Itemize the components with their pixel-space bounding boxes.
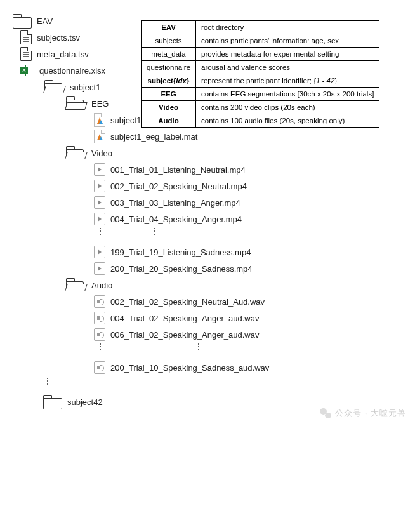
audio-file: 002_Trial_02_Speaking_Neutral_Aud.wav: [94, 295, 402, 309]
table-row: EAVroot directory: [142, 21, 379, 34]
file-label: 004_Trial_02_Speaking_Anger_aud.wav: [110, 314, 259, 323]
table-desc: provides metadata for experimental setti…: [196, 48, 379, 61]
folder-label: EEG: [91, 99, 109, 109]
file-label: subject1_eeg_label.mat: [110, 132, 197, 142]
folder-open-icon: [65, 96, 86, 110]
vertical-dots: ⋮ ⋮: [94, 229, 402, 243]
table-row: meta_dataprovides metadata for experimen…: [142, 48, 379, 61]
folder-icon: [13, 14, 32, 28]
file-label: 001_Trial_01_Listening_Neutral.mp4: [110, 165, 246, 175]
vertical-dots: ⋮ ⋮: [94, 344, 402, 358]
table-key: subjects: [142, 34, 196, 48]
file-label: 004_Trial_04_Speaking_Anger.mp4: [110, 215, 242, 224]
table-key: Video: [142, 101, 196, 114]
folder-label: Video: [91, 149, 112, 158]
video-file-icon: [94, 262, 105, 275]
video-folder: Video: [65, 146, 402, 160]
video-file: 004_Trial_04_Speaking_Anger.mp4: [94, 212, 402, 226]
video-file-icon: [94, 180, 105, 192]
table-key: meta_data: [142, 48, 196, 61]
folder-open-icon: [65, 146, 86, 160]
table-key: Audio: [142, 114, 196, 128]
video-file-icon: [94, 196, 105, 209]
table-row: subjectscontains participants' informati…: [142, 34, 379, 48]
table-desc: root directory: [196, 21, 379, 34]
folder-open-icon: [65, 278, 86, 292]
video-file: 002_Trial_02_Speaking_Neutral.mp4: [94, 179, 402, 193]
audio-file: 200_Trial_10_Speaking_Sadness_aud.wav: [94, 361, 402, 375]
folder-label: subject42: [67, 397, 103, 407]
watermark-text: 公众号 · 大噬元兽: [335, 408, 406, 419]
folder-label: Audio: [91, 281, 112, 290]
table-desc: represent the participant identifier; {1…: [196, 74, 379, 88]
audio-folder: Audio: [65, 278, 402, 292]
table-desc: arousal and valence scores: [196, 61, 379, 74]
eeg-file: subject1_eeg_label.mat: [94, 130, 402, 143]
wechat-icon: [320, 408, 331, 418]
file-label: questionnaire.xlsx: [39, 66, 105, 76]
audio-file-icon: [94, 295, 105, 308]
table-key: questionnaire: [142, 61, 196, 74]
video-file: 001_Trial_01_Listening_Neutral.mp4: [94, 163, 402, 176]
table-row: Audiocontains 100 audio files (20s, spea…: [142, 114, 379, 128]
table-key: EEG: [142, 88, 196, 101]
text-file-icon: [20, 30, 32, 44]
mat-file-icon: [94, 130, 105, 143]
table-desc: contains 100 audio files (20s, speaking …: [196, 114, 379, 128]
folder-label: subject1: [70, 83, 100, 92]
folder-label: EAV: [37, 17, 53, 26]
video-file-icon: [94, 213, 105, 225]
video-file-icon: [94, 246, 105, 258]
table-desc: contains participants' information: age,…: [196, 34, 379, 48]
video-file-icon: [94, 163, 105, 176]
audio-file-icon: [94, 312, 105, 324]
video-file: 199_Trial_19_Listening_Sadness.mp4: [94, 245, 402, 259]
file-label: meta_data.tsv: [37, 50, 89, 59]
file-label: 003_Trial_03_Listening_Anger.mp4: [110, 198, 240, 208]
table-row: EEGcontains EEG segmentations [30ch x 20…: [142, 88, 379, 101]
audio-file-icon: [94, 328, 105, 341]
text-file-icon: [20, 47, 32, 61]
vertical-dots: ⋮: [43, 378, 402, 392]
table-key: EAV: [142, 21, 196, 34]
table-desc: contains 200 video clips (20s each): [196, 101, 379, 114]
mat-file-icon: [94, 113, 105, 127]
xlsx-icon: X: [20, 64, 34, 77]
table-key: subject{idx}: [142, 74, 196, 88]
subject-last-folder: subject42: [43, 395, 402, 409]
file-label: 200_Trial_10_Speaking_Sadness_aud.wav: [110, 363, 269, 373]
file-label: 002_Trial_02_Speaking_Neutral_Aud.wav: [110, 297, 265, 307]
audio-file: 006_Trial_02_Speaking_Anger_aud.wav: [94, 328, 402, 342]
file-label: 002_Trial_02_Speaking_Neutral.mp4: [110, 182, 247, 191]
file-label: 006_Trial_02_Speaking_Anger_aud.wav: [110, 330, 259, 340]
table-desc: contains EEG segmentations [30ch x 20s x…: [196, 88, 379, 101]
audio-file-icon: [94, 361, 105, 374]
file-label: 200_Trial_20_Speaking_Sadness.mp4: [110, 264, 253, 274]
folder-open-icon: [43, 80, 65, 94]
audio-file: 004_Trial_02_Speaking_Anger_aud.wav: [94, 311, 402, 325]
table-row: subject{idx}represent the participant id…: [142, 74, 379, 88]
table-row: Videocontains 200 video clips (20s each): [142, 101, 379, 114]
folder-icon: [43, 395, 62, 409]
video-file: 200_Trial_20_Speaking_Sadness.mp4: [94, 262, 402, 276]
file-label: 199_Trial_19_Listening_Sadness.mp4: [110, 248, 251, 257]
table-row: questionnairearousal and valence scores: [142, 61, 379, 74]
description-table: EAVroot directorysubjectscontains partic…: [141, 20, 379, 128]
file-label: subjects.tsv: [37, 33, 80, 43]
watermark: 公众号 · 大噬元兽: [320, 408, 406, 419]
video-file: 003_Trial_03_Listening_Anger.mp4: [94, 196, 402, 209]
